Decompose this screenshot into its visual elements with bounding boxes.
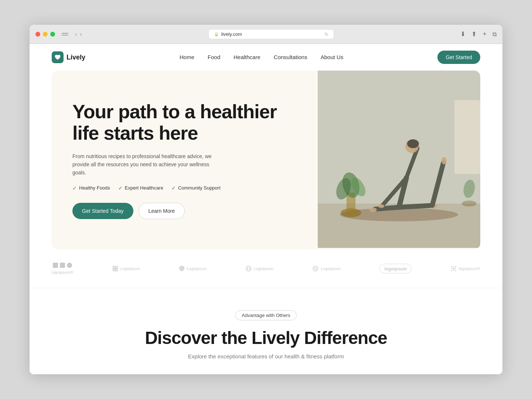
svg-point-40	[455, 270, 456, 271]
sidebar-toggle-icon[interactable]	[62, 33, 68, 35]
svg-point-22	[462, 201, 477, 207]
section-title: Discover the Lively Difference	[52, 328, 480, 348]
svg-point-38	[455, 266, 456, 267]
svg-rect-21	[454, 100, 480, 174]
hero-subtitle: From nutritious recipes to professional …	[72, 152, 213, 177]
logo-item-4: Logoipsum	[246, 266, 274, 272]
learn-more-button[interactable]: Learn More	[139, 203, 185, 219]
svg-point-29	[116, 270, 118, 272]
advantage-badge: Advantage with Others	[235, 310, 297, 320]
svg-point-26	[112, 266, 114, 268]
browser-window: ‹ › 🔒 lively.com ↻ ⬇ ⬆ + ⧉	[30, 25, 502, 374]
feature-expert-healthcare: ✓ Expert Healthcare	[118, 185, 163, 191]
share-icon[interactable]: ⬆	[471, 30, 477, 38]
hero-title: Your path to a healthier life starts her…	[72, 101, 297, 144]
logo-link[interactable]: Lively	[52, 51, 85, 63]
close-button[interactable]	[35, 32, 40, 37]
logos-section: logoipsum® Logoipsum	[30, 249, 502, 288]
nav-consultations[interactable]: Consultations	[274, 54, 307, 60]
logo-text-2: Logoipsum	[120, 266, 140, 271]
tab-overview-icon[interactable]: ⧉	[492, 31, 497, 38]
section-subtitle: Explore the exceptional features of our …	[52, 353, 480, 359]
hero-section: Your path to a healthier life starts her…	[52, 71, 480, 249]
logo-item-7: logoipsum®	[451, 266, 480, 272]
navbar: Lively Home Food Healthcare Consultation…	[30, 44, 502, 71]
logo-icon	[52, 51, 64, 63]
get-started-today-button[interactable]: Get Started Today	[72, 203, 133, 219]
check-icon-2: ✓	[118, 185, 123, 191]
minimize-button[interactable]	[43, 32, 48, 37]
logo-text: Lively	[66, 54, 85, 61]
logo-text-4: Logoipsum	[254, 266, 274, 271]
logo-item-6: logoipsum	[379, 264, 412, 273]
svg-point-39	[451, 270, 453, 271]
feature-healthy-foods: ✓ Healthy Foods	[72, 185, 110, 191]
reload-icon[interactable]: ↻	[325, 32, 328, 37]
nav-get-started-button[interactable]: Get Started	[437, 51, 480, 64]
hero-features: ✓ Healthy Foods ✓ Expert Healthcare ✓ Co…	[72, 185, 297, 191]
forward-icon[interactable]: ›	[80, 31, 82, 38]
traffic-lights	[35, 32, 55, 37]
svg-point-28	[112, 270, 114, 272]
logo-item-5: Logoipsum	[313, 266, 341, 272]
logo-text-3: Logoipsum	[187, 266, 207, 271]
lock-icon: 🔒	[214, 32, 219, 37]
feature-label-3: Community Support	[178, 185, 221, 191]
svg-point-33	[313, 266, 318, 271]
check-icon-1: ✓	[72, 185, 77, 191]
svg-line-10	[375, 207, 399, 209]
logo-text-7: logoipsum®	[459, 266, 480, 271]
svg-point-20	[441, 157, 447, 164]
svg-point-37	[451, 266, 453, 267]
check-icon-3: ✓	[171, 185, 176, 191]
feature-community-support: ✓ Community Support	[171, 185, 221, 191]
logo-text-6: logoipsum	[384, 266, 407, 272]
svg-point-27	[116, 266, 118, 268]
svg-rect-42	[451, 268, 456, 269]
svg-point-15	[369, 208, 377, 212]
page-content: Lively Home Food Healthcare Consultation…	[30, 44, 502, 374]
logo-item-2: Logoipsum	[112, 266, 140, 272]
back-icon[interactable]: ‹	[75, 31, 77, 38]
nav-home[interactable]: Home	[180, 54, 194, 60]
nav-healthcare[interactable]: Healthcare	[233, 54, 260, 60]
logo-text-5: Logoipsum	[321, 266, 341, 271]
hero-image	[318, 71, 480, 249]
advantage-section: Advantage with Others Discover the Livel…	[30, 288, 502, 374]
addressbar-wrap: 🔒 lively.com ↻	[86, 29, 456, 39]
url-text: lively.com	[221, 31, 242, 37]
logo-item-3: Logoipsum	[179, 266, 207, 272]
add-tab-icon[interactable]: +	[482, 30, 487, 38]
svg-point-16	[378, 204, 384, 208]
heart-logo-svg	[54, 54, 61, 61]
svg-line-11	[399, 205, 432, 207]
hero-content: Your path to a healthier life starts her…	[52, 71, 318, 249]
browser-actions: ⬇ ⬆ + ⧉	[460, 30, 497, 38]
feature-label-1: Healthy Foods	[79, 185, 110, 191]
logo-item-1: logoipsum®	[52, 263, 73, 274]
nav-about[interactable]: About Us	[321, 54, 344, 60]
logo-text-1: logoipsum®	[52, 270, 73, 274]
addressbar[interactable]: 🔒 lively.com ↻	[208, 29, 334, 39]
yoga-illustration	[318, 71, 480, 248]
maximize-button[interactable]	[50, 32, 55, 37]
svg-point-18	[407, 139, 419, 148]
nav-links: Home Food Healthcare Consultations About…	[180, 54, 343, 61]
hero-buttons: Get Started Today Learn More	[72, 203, 297, 219]
svg-rect-25	[112, 268, 118, 269]
feature-label-2: Expert Healthcare	[125, 185, 163, 191]
download-icon[interactable]: ⬇	[460, 30, 466, 38]
browser-titlebar: ‹ › 🔒 lively.com ↻ ⬇ ⬆ + ⧉	[30, 25, 502, 44]
nav-food[interactable]: Food	[208, 54, 220, 60]
